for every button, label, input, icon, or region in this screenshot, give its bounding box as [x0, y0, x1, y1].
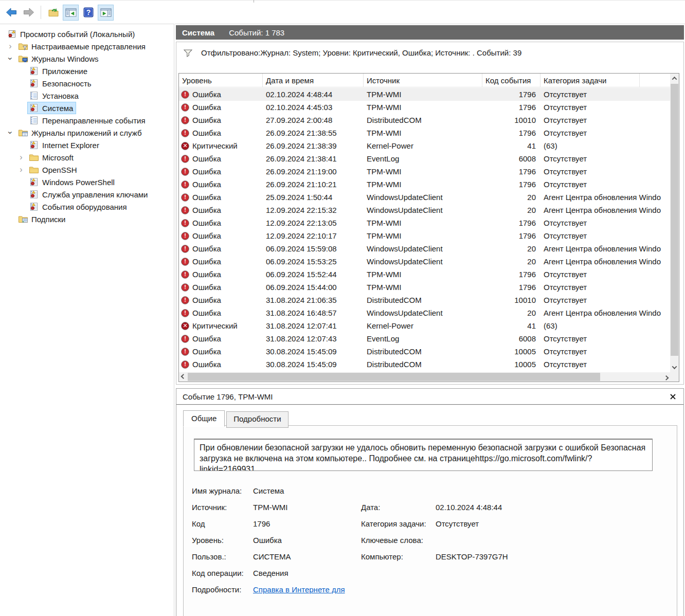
- tree-item-body[interactable]: События оборудования: [27, 201, 130, 213]
- tree-item[interactable]: Приложение: [0, 65, 174, 77]
- event-row[interactable]: !Ошибка 26.09.2024 21:10:21 TPM-WMI 1796…: [179, 178, 670, 191]
- tree-item[interactable]: Подписки: [0, 213, 174, 225]
- tree-item-body[interactable]: Приложение: [27, 65, 91, 77]
- open-saved-log-button[interactable]: [45, 5, 61, 21]
- console-tree-toggle-button[interactable]: [63, 5, 79, 21]
- tree-item[interactable]: Служба управления ключами: [0, 188, 174, 201]
- tree-item[interactable]: › Настраиваемые представления: [0, 40, 174, 52]
- log-alert-icon: [29, 79, 39, 87]
- event-row[interactable]: !Ошибка 26.09.2024 21:38:41 EventLog 600…: [179, 152, 670, 165]
- chevron-down-icon[interactable]: ›: [5, 126, 16, 139]
- scroll-down-icon[interactable]: [670, 363, 679, 372]
- tree-item[interactable]: › Журналы приложений и служб: [0, 126, 174, 139]
- online-help-link[interactable]: Справка в Интернете для: [253, 585, 345, 594]
- error-icon: !: [181, 270, 189, 279]
- column-header-datetime[interactable]: Дата и время: [263, 74, 364, 87]
- category-cell: Отсутствует: [540, 334, 670, 343]
- tree-item-body[interactable]: Установка: [27, 89, 82, 102]
- tree-item[interactable]: Система: [0, 102, 174, 114]
- field-row: Подробности: Справка в Интернете для: [192, 581, 666, 597]
- tree-item[interactable]: › Microsoft: [0, 151, 174, 164]
- table-body: !Ошибка 02.10.2024 4:48:44 TPM-WMI 1796 …: [179, 88, 670, 372]
- vertical-scrollbar[interactable]: [670, 74, 679, 372]
- event-row[interactable]: !Ошибка 31.08.2024 12:07:43 EventLog 600…: [179, 332, 670, 345]
- tab-details[interactable]: Подробности: [226, 411, 288, 428]
- event-row[interactable]: !Ошибка 25.09.2024 1:50:44 WindowsUpdate…: [179, 191, 670, 204]
- tree-item-body[interactable]: Система: [27, 102, 76, 114]
- chevron-down-icon[interactable]: ›: [5, 52, 16, 65]
- event-row[interactable]: !Ошибка 06.09.2024 15:53:25 WindowsUpdat…: [179, 255, 670, 268]
- event-row[interactable]: !Ошибка 26.09.2024 21:19:00 TPM-WMI 1796…: [179, 165, 670, 178]
- chevron-right-icon[interactable]: ›: [4, 41, 16, 52]
- event-row[interactable]: ✕Критический 26.09.2024 21:38:39 Kernel-…: [179, 139, 670, 152]
- error-icon: !: [181, 232, 189, 240]
- event-row[interactable]: ✕Критический 31.08.2024 12:07:41 Kernel-…: [179, 319, 670, 332]
- tree-item[interactable]: События оборудования: [0, 201, 174, 213]
- tree-item-body[interactable]: OpenSSH: [27, 164, 80, 176]
- event-row[interactable]: !Ошибка 06.09.2024 15:52:44 TPM-WMI 1796…: [179, 268, 670, 281]
- scroll-right-icon[interactable]: [662, 372, 670, 382]
- chevron-right-icon[interactable]: ›: [15, 164, 27, 175]
- event-row[interactable]: !Ошибка 06.09.2024 15:59:08 WindowsUpdat…: [179, 242, 670, 255]
- tree-item-body[interactable]: Журналы приложений и служб: [16, 126, 145, 139]
- column-header-eventid[interactable]: Код события: [482, 74, 540, 87]
- category-cell: Отсутствует: [540, 360, 670, 369]
- vertical-scrollbar-thumb[interactable]: [671, 84, 678, 356]
- field-row: Пользов.: СИСТЕМА Компьютер: DESKTOP-739…: [192, 548, 666, 565]
- event-row[interactable]: !Ошибка 31.08.2024 21:06:35 DistributedC…: [179, 294, 670, 306]
- column-header-filler: [640, 74, 670, 87]
- tree-item[interactable]: › OpenSSH: [0, 164, 174, 176]
- tree-item[interactable]: Windows PowerShell: [0, 176, 174, 188]
- tab-general[interactable]: Общие: [183, 410, 225, 427]
- column-header-source[interactable]: Источник: [364, 74, 482, 87]
- event-row[interactable]: !Ошибка 27.09.2024 2:00:48 DistributedCO…: [179, 114, 670, 126]
- event-description[interactable]: При обновлении безопасной загрузки не уд…: [194, 439, 653, 471]
- help-button[interactable]: ?: [80, 5, 96, 21]
- back-button[interactable]: [3, 5, 19, 21]
- tree-item[interactable]: Internet Explorer: [0, 139, 174, 151]
- scroll-up-icon[interactable]: [670, 74, 679, 83]
- level-text: Ошибка: [192, 270, 221, 279]
- menubar-tick: [254, 0, 254, 3]
- tree-item[interactable]: › Журналы Windows: [0, 52, 174, 65]
- event-row[interactable]: !Ошибка 12.09.2024 22:10:17 TPM-WMI 1796…: [179, 229, 670, 242]
- level-text: Ошибка: [192, 347, 221, 356]
- event-row[interactable]: !Ошибка 31.08.2024 16:48:57 WindowsUpdat…: [179, 306, 670, 319]
- category-cell: Отсутствует: [540, 116, 670, 124]
- tree-item-body[interactable]: Журналы Windows: [16, 52, 102, 65]
- datetime-cell: 12.09.2024 22:10:17: [263, 231, 364, 240]
- tree-item-body[interactable]: Служба управления ключами: [27, 188, 151, 201]
- tree-item[interactable]: Установка: [0, 89, 174, 102]
- toolbar: ?: [3, 3, 114, 22]
- event-row[interactable]: !Ошибка 30.08.2024 15:45:09 DistributedC…: [179, 358, 670, 371]
- tree-item-body[interactable]: Подписки: [16, 213, 69, 225]
- event-row[interactable]: !Ошибка 12.09.2024 22:15:32 WindowsUpdat…: [179, 204, 670, 216]
- tree-item[interactable]: Безопасность: [0, 77, 174, 89]
- horizontal-scrollbar-thumb[interactable]: [188, 373, 600, 381]
- tree-item-body[interactable]: Internet Explorer: [27, 139, 102, 151]
- horizontal-scrollbar[interactable]: [179, 372, 670, 382]
- chevron-right-icon[interactable]: ›: [15, 152, 27, 163]
- column-header-level[interactable]: Уровень: [179, 74, 263, 87]
- event-row[interactable]: !Ошибка 26.09.2024 21:38:55 TPM-WMI 1796…: [179, 126, 670, 139]
- event-id-cell: 1796: [482, 129, 540, 137]
- event-row[interactable]: !Ошибка 12.09.2024 22:13:05 TPM-WMI 1796…: [179, 216, 670, 229]
- column-header-category[interactable]: Категория задачи: [540, 74, 640, 87]
- event-row[interactable]: !Ошибка 06.09.2024 15:44:00 TPM-WMI 1796…: [179, 281, 670, 294]
- tree-item[interactable]: Просмотр событий (Локальный): [0, 28, 174, 40]
- tree-item[interactable]: Перенаправленные события: [0, 114, 174, 126]
- event-row[interactable]: !Ошибка 02.10.2024 4:45:03 TPM-WMI 1796 …: [179, 101, 670, 114]
- tree-item-body[interactable]: Безопасность: [27, 77, 95, 89]
- tree-item-body[interactable]: Настраиваемые представления: [16, 40, 149, 52]
- category-cell: Агент Центра обновления Windo: [540, 257, 670, 266]
- event-row[interactable]: !Ошибка 02.10.2024 4:48:44 TPM-WMI 1796 …: [179, 88, 670, 101]
- forward-button[interactable]: [21, 5, 37, 21]
- tree-item-body[interactable]: Microsoft: [27, 151, 77, 164]
- tree-item-body[interactable]: Windows PowerShell: [27, 176, 118, 188]
- tree-item-body[interactable]: Перенаправленные события: [27, 114, 149, 126]
- close-button[interactable]: [668, 392, 677, 401]
- event-row[interactable]: !Ошибка 30.08.2024 15:45:09 DistributedC…: [179, 345, 670, 358]
- scroll-left-icon[interactable]: [179, 372, 187, 382]
- tree-item-body[interactable]: Просмотр событий (Локальный): [5, 28, 138, 40]
- action-pane-toggle-button[interactable]: [98, 5, 114, 21]
